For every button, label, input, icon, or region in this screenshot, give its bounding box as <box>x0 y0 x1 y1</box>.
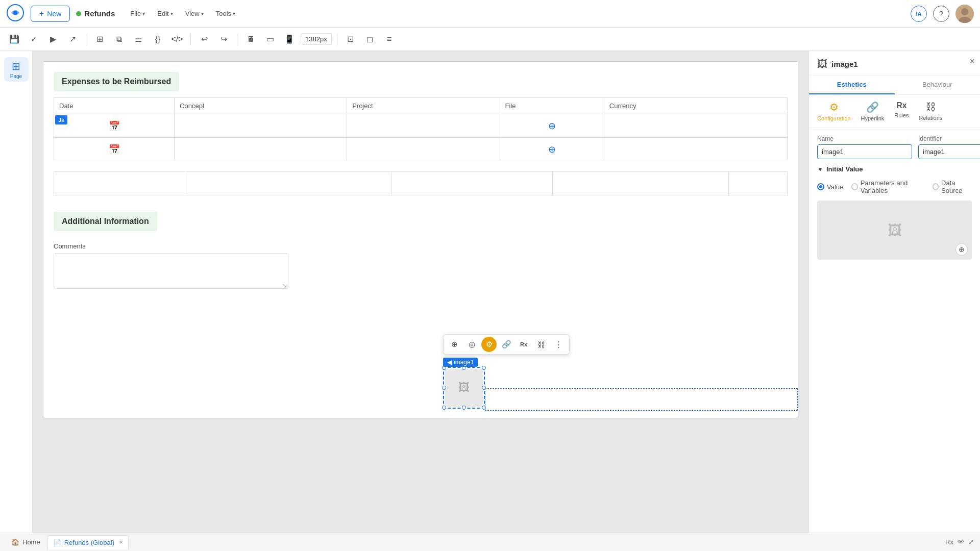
run-button[interactable]: ▶ <box>45 31 61 47</box>
nav-view-label: View <box>185 10 200 17</box>
panel-header: 🖼 image1 <box>809 51 980 76</box>
panel-relations-icon[interactable]: ⛓ Relations <box>919 101 942 121</box>
check-button[interactable]: ✓ <box>26 31 42 47</box>
additional-section-header: Additional Information <box>54 212 157 231</box>
topbar: + New Refunds File ▾ Edit ▾ View ▾ Tools… <box>0 0 980 28</box>
tab-refunds[interactable]: 📄 Refunds (Global) × <box>47 535 129 549</box>
user-avatar[interactable] <box>955 5 974 23</box>
cell-currency-1[interactable] <box>604 114 787 138</box>
nav-view[interactable]: View ▾ <box>180 7 209 20</box>
image-add-button[interactable]: ⊕ <box>955 243 968 256</box>
initial-value-section[interactable]: ▼ Initial Value <box>817 165 972 173</box>
ft-more-button[interactable]: ⋮ <box>551 337 566 352</box>
tab-esthetics[interactable]: Esthetics <box>809 76 895 94</box>
additional-title: Additional Information <box>62 217 149 226</box>
tree-button[interactable]: ⚌ <box>130 31 146 47</box>
bottom-bar-icons: Rx 👁 ⤢ <box>945 538 974 546</box>
cell-concept-1[interactable] <box>175 114 347 138</box>
tab-home[interactable]: 🏠 Home <box>6 535 45 549</box>
panel-hyperlink-icon[interactable]: 🔗 Hyperlink <box>861 101 884 121</box>
cell-currency-2[interactable] <box>604 138 787 161</box>
image-placeholder-icon: 🖼 <box>458 381 470 394</box>
identifier-input[interactable] <box>918 144 980 159</box>
nav-tools[interactable]: Tools ▾ <box>211 7 240 20</box>
empty-cell-2[interactable] <box>186 172 391 195</box>
empty-cell-3[interactable] <box>391 172 553 195</box>
save-button[interactable]: 💾 <box>6 31 22 47</box>
empty-cell-1[interactable] <box>54 172 186 195</box>
refunds-tab-icon: 📄 <box>53 539 61 546</box>
name-identifier-row: Name Identifier <box>817 135 972 159</box>
canvas-area[interactable]: Expenses to be Reimbursed Date Concept P… <box>33 51 808 533</box>
cell-date-1[interactable]: Js 📅 <box>54 114 175 138</box>
expand-icon: ⤢ <box>968 538 974 546</box>
col-project: Project <box>347 98 500 114</box>
mobile-button[interactable]: 📱 <box>281 31 298 47</box>
window-button[interactable]: ◻ <box>362 31 378 47</box>
screen-button[interactable]: ⊡ <box>342 31 359 47</box>
settings-button[interactable]: ≡ <box>381 31 398 47</box>
tablet-h-button[interactable]: ▭ <box>262 31 278 47</box>
panel-title: image1 <box>831 60 858 68</box>
handle-bc[interactable] <box>462 406 466 410</box>
empty-cell-5[interactable] <box>729 172 788 195</box>
image-widget[interactable]: 🖼 <box>443 367 485 409</box>
export-button[interactable]: ↗ <box>64 31 81 47</box>
radio-params[interactable]: Parameters and Variables <box>851 179 924 194</box>
radio-datasource-label: Data Source <box>941 179 972 194</box>
ia-button[interactable]: IA <box>911 6 927 22</box>
separator-3 <box>237 33 237 45</box>
ft-style-button[interactable]: ◎ <box>464 337 479 352</box>
plus-icon: + <box>39 9 44 18</box>
nav-file[interactable]: File ▾ <box>125 7 150 20</box>
desktop-button[interactable]: 🖥 <box>242 31 259 47</box>
comments-textarea[interactable] <box>54 253 288 289</box>
ft-chain-button[interactable]: ⛓ <box>533 337 549 352</box>
identifier-label: Identifier <box>918 135 980 142</box>
col-file: File <box>500 98 604 114</box>
cell-project-2[interactable] <box>347 138 500 161</box>
radio-datasource[interactable]: Data Source <box>933 179 972 194</box>
panel-rules-icon[interactable]: Rx Rules <box>894 101 909 121</box>
empty-table <box>54 171 788 195</box>
tab-close-button[interactable]: × <box>119 539 123 546</box>
rules-icon: Rx <box>896 101 906 110</box>
redo-button[interactable]: ↪ <box>215 31 232 47</box>
radio-group: Value Parameters and Variables Data Sour… <box>817 179 972 194</box>
name-input[interactable] <box>817 144 912 159</box>
new-button[interactable]: + New <box>31 6 70 22</box>
image-widget-label: image1 <box>454 359 474 366</box>
ft-config-button[interactable]: ⚙ <box>481 337 497 352</box>
upload-icon-2: ⊕ <box>548 144 556 155</box>
ft-move-button[interactable]: ⊕ <box>447 337 462 352</box>
handle-mr[interactable] <box>482 386 486 390</box>
cell-concept-2[interactable] <box>175 138 347 161</box>
cell-project-1[interactable] <box>347 114 500 138</box>
handle-tr[interactable] <box>482 366 486 370</box>
panel-close-button[interactable]: × <box>969 56 975 67</box>
help-button[interactable]: ? <box>933 6 949 22</box>
cell-file-2[interactable]: ⊕ <box>500 138 604 161</box>
px-display[interactable]: 1382px <box>301 33 332 45</box>
page-label: Page <box>10 73 22 79</box>
handle-ml[interactable] <box>442 386 446 390</box>
cell-date-2[interactable]: 📅 <box>54 138 175 161</box>
code-button[interactable]: {} <box>150 31 166 47</box>
ft-link-button[interactable]: 🔗 <box>499 337 514 352</box>
undo-button[interactable]: ↩ <box>196 31 212 47</box>
col-concept: Concept <box>175 98 347 114</box>
dev-button[interactable]: </> <box>169 31 185 47</box>
empty-cell-4[interactable] <box>553 172 729 195</box>
ft-rx-button[interactable]: Rx <box>516 337 531 352</box>
rx-icon: Rx <box>945 538 953 546</box>
nav-edit[interactable]: Edit ▾ <box>152 7 178 20</box>
cell-file-1[interactable]: ⊕ <box>500 114 604 138</box>
panel-config-icon[interactable]: ⚙ Configuration <box>817 101 850 121</box>
handle-br[interactable] <box>482 406 486 410</box>
tab-behaviour[interactable]: Behaviour <box>895 76 981 94</box>
sidebar-item-page[interactable]: ⊞ Page <box>4 57 29 82</box>
layers-button[interactable]: ⧉ <box>111 31 127 47</box>
handle-bl[interactable] <box>442 406 446 410</box>
radio-value[interactable]: Value <box>817 183 843 191</box>
components-button[interactable]: ⊞ <box>91 31 108 47</box>
